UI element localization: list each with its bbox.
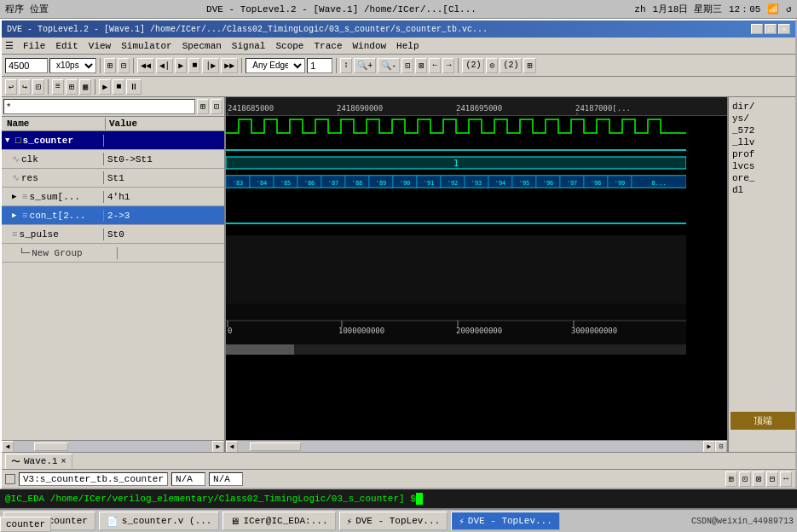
tab-wave1[interactable]: 〜 Wave.1 × bbox=[5, 454, 72, 469]
menu-file[interactable]: File bbox=[19, 40, 49, 52]
signal-row-s-counter[interactable]: ▼ □ s_counter bbox=[2, 131, 224, 150]
expand-icon-con-t[interactable]: ▶ bbox=[12, 211, 20, 220]
menu-window[interactable]: Window bbox=[349, 40, 391, 52]
misc-btn-1[interactable]: (2) bbox=[462, 58, 484, 73]
signal-value-new-group bbox=[118, 252, 221, 254]
play-button[interactable]: ▶ bbox=[175, 58, 187, 73]
menu-icon: ☰ bbox=[5, 40, 14, 51]
search-options-button[interactable]: ⊞ bbox=[197, 99, 209, 114]
minimize-button[interactable]: _ bbox=[751, 24, 763, 34]
signal-label-s-counter: s_counter bbox=[23, 136, 73, 146]
menu-trace[interactable]: Trace bbox=[309, 40, 346, 52]
toolbar-btn-1[interactable]: ⊞ bbox=[104, 58, 116, 73]
wave-scroll-right[interactable]: ▶ bbox=[703, 441, 715, 453]
search-format-button[interactable]: ⊡ bbox=[211, 99, 222, 114]
wave-tab-close[interactable]: × bbox=[61, 457, 66, 466]
taskbar-item-1[interactable]: 📄 s_counter.v (... bbox=[99, 512, 220, 530]
cursor-mode-button[interactable]: ↕ bbox=[340, 58, 352, 73]
misc-btn-2[interactable]: ⊙ bbox=[486, 58, 498, 73]
waveform-svg: 1 '83 '84 '85 bbox=[226, 116, 686, 363]
menu-help[interactable]: Help bbox=[392, 40, 423, 52]
taskbar-item-2[interactable]: 🖥 ICer@IC_EDA:... bbox=[222, 512, 335, 530]
signal-row-s-sum[interactable]: ▶ ≡ s_sum[... 4'h1 bbox=[2, 188, 224, 206]
status-btn-3[interactable]: ⊠ bbox=[753, 471, 765, 487]
status-checkbox[interactable] bbox=[5, 474, 15, 484]
tb2-btn-4[interactable]: ≡ bbox=[52, 79, 64, 95]
pan-left-button[interactable]: ← bbox=[429, 58, 441, 73]
signal-row-new-group[interactable]: └─ New Group bbox=[2, 244, 224, 263]
svg-text:1000000000: 1000000000 bbox=[338, 327, 384, 335]
menu-simulator[interactable]: Simulator bbox=[117, 40, 176, 52]
expand-icon-s-counter[interactable]: ▼ bbox=[5, 136, 14, 145]
step-back-button[interactable]: ◀| bbox=[156, 58, 173, 73]
time-value-input[interactable] bbox=[5, 58, 48, 73]
taskbar-item-3[interactable]: ⚡ DVE - TopLev... bbox=[339, 512, 448, 530]
zoom-fit-button[interactable]: ⊡ bbox=[401, 58, 413, 73]
status-btn-2[interactable]: ⊡ bbox=[739, 471, 751, 487]
close-button[interactable]: × bbox=[778, 24, 790, 34]
stop-button[interactable]: ■ bbox=[188, 58, 200, 73]
menu-scope[interactable]: Scope bbox=[271, 40, 308, 52]
scroll-track bbox=[26, 442, 200, 451]
scroll-right-arrow[interactable]: ▶ bbox=[212, 441, 224, 453]
fast-forward-button[interactable]: ▶▶ bbox=[221, 58, 238, 73]
signal-icon-group: □ bbox=[15, 136, 21, 146]
status-buttons: ⊞ ⊡ ⊠ ⊟ ↔ bbox=[725, 471, 792, 487]
scroll-thumb[interactable] bbox=[34, 442, 68, 451]
svg-text:'94: '94 bbox=[495, 180, 506, 187]
status-btn-1[interactable]: ⊞ bbox=[725, 471, 737, 487]
zoom-cursor-button[interactable]: ⊠ bbox=[415, 58, 427, 73]
tb2-btn-6[interactable]: ▦ bbox=[79, 79, 91, 95]
expand-icon-s-sum[interactable]: ▶ bbox=[12, 192, 20, 201]
menu-edit[interactable]: Edit bbox=[51, 40, 82, 52]
wave-options-button[interactable]: ⊡ bbox=[715, 441, 727, 453]
tb2-btn-9[interactable]: ⏸ bbox=[126, 79, 141, 95]
separator-3 bbox=[241, 58, 242, 73]
search-bar: ⊞ ⊡ bbox=[2, 97, 224, 117]
menu-view[interactable]: View bbox=[84, 40, 115, 52]
waveform-content[interactable]: 1 '83 '84 '85 bbox=[226, 116, 727, 440]
menu-specman[interactable]: Specman bbox=[178, 40, 226, 52]
wave-scroll-left[interactable]: ◀ bbox=[226, 441, 238, 453]
tb2-btn-3[interactable]: ⊡ bbox=[32, 79, 44, 95]
tb2-btn-5[interactable]: ⊞ bbox=[66, 79, 78, 95]
taskbar-label-1: s_counter.v (... bbox=[122, 516, 212, 526]
scroll-left-arrow[interactable]: ◀ bbox=[2, 441, 14, 453]
tb2-btn-1[interactable]: ↩ bbox=[5, 79, 17, 95]
step-count-input[interactable] bbox=[307, 58, 332, 73]
zoom-out-button[interactable]: 🔍- bbox=[378, 58, 400, 73]
tb2-btn-7[interactable]: ▶ bbox=[99, 79, 111, 95]
status-btn-5[interactable]: ↔ bbox=[780, 471, 792, 487]
pan-right-button[interactable]: → bbox=[442, 58, 454, 73]
misc-btn-4[interactable]: ⊞ bbox=[523, 58, 535, 73]
zoom-in-button[interactable]: 🔍+ bbox=[354, 58, 376, 73]
signal-row-clk[interactable]: ∿ clk St0->St1 bbox=[2, 150, 224, 169]
signal-row-con-t[interactable]: ▶ ≡ con_t[2... 2->3 bbox=[2, 206, 224, 225]
svg-rect-59 bbox=[226, 344, 294, 355]
tb2-sep-2 bbox=[95, 79, 95, 95]
signal-label-clk: clk bbox=[21, 154, 38, 165]
time-unit-select[interactable]: x10ps bbox=[49, 58, 96, 73]
signal-list: ▼ □ s_counter ∿ clk St0->St1 bbox=[2, 131, 224, 440]
top-button[interactable]: 顶端 bbox=[731, 412, 795, 430]
wave-scroll-thumb[interactable] bbox=[250, 442, 301, 451]
taskbar-item-4[interactable]: ⚡ DVE - TopLev... bbox=[451, 512, 560, 530]
rewind-button[interactable]: ◀◀ bbox=[137, 58, 154, 73]
signal-value-s-sum: 4'h1 bbox=[104, 191, 224, 203]
edge-select[interactable]: Any Edge bbox=[245, 58, 305, 73]
os-window: 程序 位置 DVE - TopLevel.2 - [Wave.1] /home/… bbox=[0, 0, 797, 532]
maximize-button[interactable]: □ bbox=[765, 24, 777, 34]
os-programs-label[interactable]: 程序 位置 bbox=[5, 4, 49, 14]
tb2-btn-2[interactable]: ↪ bbox=[19, 79, 31, 95]
tb2-btn-8[interactable]: ■ bbox=[113, 79, 124, 95]
toolbar-btn-2[interactable]: ⊟ bbox=[118, 58, 130, 73]
wave-scroll-track bbox=[250, 442, 691, 451]
signal-row-s-pulse[interactable]: ≡ s_pulse St0 bbox=[2, 225, 224, 244]
misc-btn-3[interactable]: (2) bbox=[500, 58, 522, 73]
status-btn-4[interactable]: ⊟ bbox=[766, 471, 778, 487]
signal-search-input[interactable] bbox=[3, 99, 195, 114]
step-forward-button[interactable]: |▶ bbox=[202, 58, 219, 73]
wire-icon-res: ∿ bbox=[12, 172, 20, 183]
signal-row-res[interactable]: ∿ res St1 bbox=[2, 169, 224, 188]
menu-signal[interactable]: Signal bbox=[228, 40, 270, 52]
